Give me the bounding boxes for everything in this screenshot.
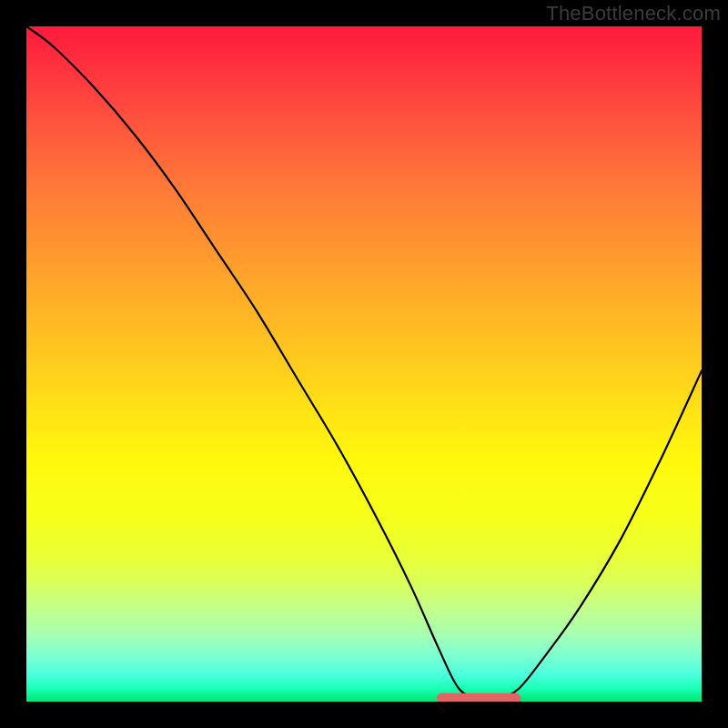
bottleneck-curve (26, 26, 702, 700)
watermark-text: TheBottleneck.com (546, 2, 721, 25)
plot-area (26, 26, 702, 702)
chart-svg (26, 26, 702, 702)
chart-frame: TheBottleneck.com (0, 0, 728, 728)
